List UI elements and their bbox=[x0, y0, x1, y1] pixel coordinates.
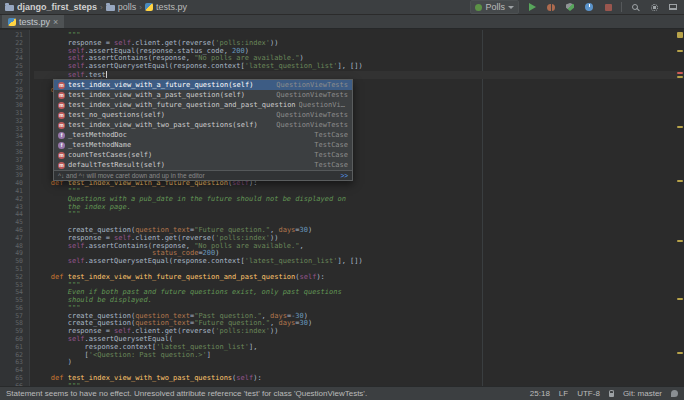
completion-item[interactable]: mtest_index_view_with_future_question_an… bbox=[54, 100, 352, 110]
completion-label: _testMethodDoc bbox=[68, 131, 127, 139]
error-stripe[interactable] bbox=[675, 30, 684, 386]
hector-icon[interactable] bbox=[671, 390, 678, 397]
code-token: '<Question: Past question.>' bbox=[89, 351, 207, 359]
code-token: status_code bbox=[152, 249, 198, 257]
code-token: "No polls are available." bbox=[194, 54, 299, 62]
breadcrumb-project[interactable]: django_first_steps bbox=[5, 2, 97, 12]
code-token: self bbox=[68, 54, 85, 62]
code-token: .assertContains(response, bbox=[85, 242, 195, 250]
code-token bbox=[34, 86, 51, 94]
stripe-mark-warning[interactable] bbox=[677, 352, 683, 354]
line-separator[interactable]: LF bbox=[559, 389, 568, 398]
code-line[interactable]: ['<Question: Past question.>'] bbox=[34, 352, 684, 360]
breadcrumb-folder-polls[interactable]: polls bbox=[106, 2, 137, 12]
code-token: )) bbox=[270, 39, 278, 47]
code-token: ) bbox=[245, 47, 249, 55]
file-encoding[interactable]: UTF-8 bbox=[577, 389, 600, 398]
tab-label: tests.py bbox=[19, 17, 50, 27]
code-line[interactable]: def test_index_view_with_a_future_questi… bbox=[34, 180, 684, 188]
code-line[interactable]: self.test bbox=[34, 71, 684, 79]
stripe-mark-warning[interactable] bbox=[677, 76, 683, 78]
stripe-mark-warning[interactable] bbox=[677, 240, 683, 242]
code-token: days bbox=[278, 319, 295, 327]
code-token bbox=[34, 249, 152, 257]
completion-item[interactable]: mdefaultTestResult(self)TestCase bbox=[54, 160, 352, 170]
code-line[interactable]: Questions with a pub_date in the future … bbox=[34, 196, 684, 204]
code-token: 'latest_question_list' bbox=[245, 62, 338, 70]
python-file-icon bbox=[145, 3, 153, 11]
method-icon: m bbox=[58, 152, 65, 159]
breadcrumb-label: django_first_steps bbox=[17, 2, 97, 12]
close-tab-icon[interactable] bbox=[53, 17, 58, 27]
code-token: create_question( bbox=[34, 319, 135, 327]
completion-type: QuestionViewTests bbox=[299, 101, 348, 109]
code-token: """ bbox=[34, 187, 80, 195]
code-token: def bbox=[51, 273, 68, 281]
code-token bbox=[34, 335, 68, 343]
code-token: .assertQuerysetEqual( bbox=[85, 335, 174, 343]
vcs-branch[interactable]: Git: master bbox=[623, 389, 662, 398]
completion-item[interactable]: mtest_index_view_with_two_past_questions… bbox=[54, 120, 352, 130]
completion-item[interactable]: mtest_no_questions(self)QuestionViewTest… bbox=[54, 110, 352, 120]
settings-button[interactable] bbox=[648, 1, 660, 13]
code-token: ], []) bbox=[337, 257, 362, 265]
completion-item[interactable]: mcountTestCases(self)TestCase bbox=[54, 150, 352, 160]
caret-position[interactable]: 25:18 bbox=[530, 389, 550, 398]
completion-item[interactable]: mtest_index_view_with_a_past_question(se… bbox=[54, 90, 352, 100]
code-token: .assertEqual(response.status_code, bbox=[85, 47, 233, 55]
stripe-mark-warning[interactable] bbox=[677, 126, 683, 128]
code-token: 200 bbox=[232, 47, 245, 55]
breadcrumb-separator: › bbox=[139, 3, 142, 12]
code-token: ], bbox=[249, 343, 257, 351]
coverage-button[interactable] bbox=[564, 1, 576, 13]
status-message: Statement seems to have no effect. Unres… bbox=[6, 389, 520, 398]
stripe-mark-warning[interactable] bbox=[677, 50, 683, 52]
completion-label: _testMethodName bbox=[68, 141, 131, 149]
stripe-mark-warning[interactable] bbox=[677, 298, 683, 300]
code-line[interactable]: def test_index_view_with_two_past_questi… bbox=[34, 375, 684, 383]
stripe-mark-error[interactable] bbox=[677, 72, 683, 74]
code-line[interactable]: the index page. bbox=[34, 204, 684, 212]
run-config-selector[interactable]: Polls bbox=[470, 0, 519, 14]
code-line[interactable]: self.assertQuerysetEqual(response.contex… bbox=[34, 258, 684, 266]
completion-item[interactable]: mtest_index_view_with_a_future_question(… bbox=[54, 80, 352, 90]
profiler-button[interactable] bbox=[583, 1, 595, 13]
completion-hint-link[interactable]: >> bbox=[340, 172, 348, 179]
method-icon: m bbox=[58, 102, 65, 109]
completion-item[interactable]: f_testMethodNameTestCase bbox=[54, 140, 352, 150]
stripe-mark-warning[interactable] bbox=[677, 180, 683, 182]
gutter[interactable]: 2122232425262728293031323334353637383940… bbox=[0, 30, 30, 386]
search-everywhere-button[interactable] bbox=[629, 1, 641, 13]
coverage-icon bbox=[566, 3, 574, 11]
tab-tests-py[interactable]: tests.py bbox=[2, 15, 64, 28]
completion-item[interactable]: f_testMethodDocTestCase bbox=[54, 130, 352, 140]
code-token bbox=[34, 62, 68, 70]
code-token: question_text bbox=[135, 312, 190, 320]
code-line[interactable]: self.assertQuerysetEqual(response.contex… bbox=[34, 63, 684, 71]
code-token: ], []) bbox=[337, 62, 362, 70]
code-token: ): bbox=[253, 374, 261, 382]
code-token: "Future question." bbox=[194, 226, 270, 234]
code-token: """ bbox=[34, 281, 80, 289]
readonly-lock-icon[interactable] bbox=[609, 393, 614, 397]
code-token: ) bbox=[215, 249, 219, 257]
code-token: """ bbox=[34, 31, 80, 39]
code-line[interactable]: """ bbox=[34, 211, 684, 219]
code-line[interactable]: def test_index_view_with_future_question… bbox=[34, 274, 684, 282]
search-everywhere-icon bbox=[632, 4, 638, 10]
breadcrumb-file-tests[interactable]: tests.py bbox=[145, 2, 187, 12]
hide-windows-button[interactable] bbox=[667, 1, 679, 13]
stop-button[interactable] bbox=[602, 1, 614, 13]
run-button[interactable] bbox=[526, 1, 538, 13]
code-line[interactable]: ) bbox=[34, 359, 684, 367]
code-token bbox=[34, 257, 68, 265]
completion-type: QuestionViewTests bbox=[168, 111, 348, 119]
code-token: 'latest_question_list' bbox=[245, 257, 338, 265]
stop-icon bbox=[605, 4, 612, 11]
code-token: self bbox=[68, 47, 85, 55]
completion-list: mtest_index_view_with_a_future_question(… bbox=[54, 80, 352, 170]
inspection-status-icon[interactable] bbox=[677, 32, 683, 38]
code-line[interactable]: should be displayed. bbox=[34, 297, 684, 305]
code-token: self bbox=[68, 257, 85, 265]
debug-button[interactable] bbox=[545, 1, 557, 13]
